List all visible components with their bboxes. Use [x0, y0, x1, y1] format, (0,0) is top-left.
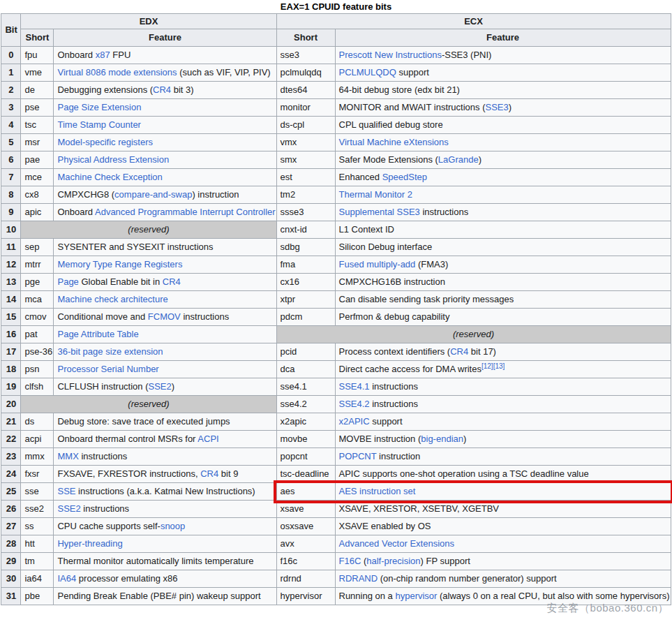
wiki-link[interactable]: [12] — [481, 362, 493, 370]
wiki-link[interactable]: SSE — [57, 486, 75, 496]
page-title: EAX=1 CPUID feature bits — [0, 0, 672, 13]
ecx-feature-cell: Safer Mode Extensions (LaGrande) — [335, 151, 671, 169]
wiki-link[interactable]: SSE4.1 — [339, 381, 370, 392]
wiki-link[interactable]: Advanced Programmable Interrupt Controll… — [95, 207, 276, 217]
wiki-link[interactable]: Memory Type Range Registers — [57, 259, 182, 269]
wiki-link[interactable]: x87 — [96, 50, 110, 60]
edx-feature-cell: Debug store: save trace of executed jump… — [54, 413, 276, 431]
feature-text: CMPXCHG8 ( — [57, 189, 114, 200]
feature-text: Thermal monitor automatically limits tem… — [57, 556, 253, 566]
ecx-short-cell: ds-cpl — [276, 117, 335, 134]
wiki-link[interactable]: Processor Serial Number — [57, 364, 158, 374]
bit-cell: 22 — [1, 431, 21, 448]
feature-text: Perfmon & debug capability — [339, 311, 450, 322]
wiki-link[interactable]: Page Attribute Table — [57, 329, 138, 339]
ecx-short-cell: cx16 — [276, 274, 335, 291]
wiki-link[interactable]: SSE2 — [149, 381, 172, 392]
ecx-feature-cell: F16C (half-precision) FP support — [335, 553, 671, 570]
wiki-link[interactable]: FCMOV — [148, 311, 181, 322]
edx-feature-cell: Physical Address Extension — [54, 151, 276, 169]
bit-cell: 12 — [1, 256, 21, 274]
wiki-link[interactable]: LaGrande — [438, 154, 479, 165]
wiki-link[interactable]: Hyper-threading — [57, 538, 122, 549]
edx-short-cell: pat — [21, 326, 54, 343]
wiki-link[interactable]: ACPI — [197, 434, 218, 444]
wiki-link[interactable]: Supplemental SSE3 — [339, 207, 420, 217]
ecx-short-cell: sdbg — [276, 239, 335, 256]
bit-cell: 17 — [1, 343, 21, 361]
col-header-edx-short: Short — [21, 29, 54, 47]
feature-text: Direct cache access for DMA writes — [339, 364, 481, 374]
wiki-link[interactable]: Prescott New Instructions — [339, 50, 442, 60]
bit-cell: 18 — [1, 361, 21, 378]
wiki-link[interactable]: SSE2 — [57, 503, 80, 514]
bit-cell: 28 — [1, 535, 21, 553]
edx-feature-cell: MMX instructions — [54, 448, 276, 466]
feature-text: bit 3) — [171, 84, 194, 95]
wiki-link[interactable]: big-endian — [421, 434, 463, 444]
edx-short-cell: sep — [21, 239, 54, 256]
ecx-feature-cell: Enhanced SpeedStep — [335, 169, 671, 186]
wiki-link[interactable]: CR4 — [200, 468, 218, 479]
ecx-feature-cell: Silicon Debug interface — [335, 239, 671, 256]
table-body: 0fpuOnboard x87 FPUsse3Prescott New Inst… — [1, 47, 671, 605]
feature-text: Enhanced — [339, 172, 382, 182]
edx-short-cell: sse2 — [21, 501, 54, 518]
wiki-link[interactable]: SpeedStep — [382, 172, 427, 182]
feature-text: Onboard — [57, 50, 95, 60]
wiki-link[interactable]: Time Stamp Counter — [57, 119, 140, 130]
wiki-link[interactable]: Virtual Machine eXtensions — [339, 137, 449, 147]
wiki-link[interactable]: Physical Address Extension — [57, 154, 169, 165]
wiki-link[interactable]: IA64 — [57, 573, 76, 584]
bit-cell: 19 — [1, 378, 21, 396]
wiki-link[interactable]: CR4 — [450, 346, 468, 357]
wiki-link[interactable]: POPCNT — [339, 451, 377, 461]
wiki-link[interactable]: Fused multiply-add — [339, 259, 416, 269]
feature-text: ) — [463, 434, 466, 444]
wiki-link[interactable]: CR4 — [163, 276, 181, 287]
table-row: 23mmxMMX instructionspopcntPOPCNT instru… — [1, 448, 671, 466]
feature-text: (FMA3) — [415, 259, 448, 269]
wiki-link[interactable]: CR4 — [153, 84, 171, 95]
wiki-link[interactable]: compare-and-swap — [114, 189, 192, 200]
wiki-link[interactable]: Page — [57, 276, 78, 287]
wiki-link[interactable]: SSE4.2 — [339, 399, 370, 409]
feature-text: bit 9 — [218, 468, 238, 479]
wiki-link[interactable]: snoop — [160, 521, 185, 531]
wiki-link[interactable]: hypervisor — [395, 591, 437, 601]
feature-text: Debug store: save trace of executed jump… — [57, 416, 230, 427]
wiki-link[interactable]: Machine check architecture — [57, 294, 167, 304]
wiki-link[interactable]: F16C — [339, 556, 361, 566]
ecx-short-cell: cnxt-id — [276, 221, 335, 239]
feature-text: SYSENTER and SYSEXIT instructions — [57, 242, 213, 252]
wiki-link[interactable]: Machine Check Exception — [57, 172, 162, 182]
wiki-link[interactable]: x2APIC — [339, 416, 370, 427]
wiki-link[interactable]: SSE3 — [485, 102, 508, 112]
bit-cell: 16 — [1, 326, 21, 343]
wiki-link[interactable]: Virtual 8086 mode extensions — [57, 67, 177, 77]
ecx-feature-cell: 64-bit debug store (edx bit 21) — [335, 82, 671, 99]
wiki-link[interactable]: AES instruction set — [339, 486, 416, 496]
edx-short-cell: ds — [21, 413, 54, 431]
wiki-link[interactable]: Model-specific registers — [57, 137, 153, 147]
wiki-link[interactable]: 36-bit page size extension — [57, 346, 163, 357]
table-row: 26sse2SSE2 instructionsxsaveXSAVE, XREST… — [1, 501, 671, 518]
feature-text: support — [396, 67, 429, 77]
wiki-link[interactable]: Advanced Vector Extensions — [339, 538, 455, 549]
ecx-short-cell: hypervisor — [276, 588, 335, 605]
edx-short-cell: mce — [21, 169, 54, 186]
bit-cell: 14 — [1, 291, 21, 309]
edx-short-cell: clfsh — [21, 378, 54, 396]
bit-cell: 23 — [1, 448, 21, 466]
feature-text: Pending Break Enable (PBE# pin) wakeup s… — [57, 591, 260, 601]
ecx-short-cell: fma — [276, 256, 335, 274]
wiki-link[interactable]: Thermal Monitor 2 — [339, 189, 412, 200]
wiki-link[interactable]: MMX — [57, 451, 78, 461]
edx-feature-cell: Pending Break Enable (PBE# pin) wakeup s… — [54, 588, 276, 605]
feature-text: ) instruction — [192, 189, 239, 200]
wiki-link[interactable]: half-precision — [366, 556, 420, 566]
wiki-link[interactable]: PCLMULQDQ — [339, 67, 396, 77]
wiki-link[interactable]: RDRAND — [339, 573, 378, 584]
wiki-link[interactable]: [13] — [493, 362, 505, 370]
wiki-link[interactable]: Page Size Extension — [57, 102, 141, 112]
